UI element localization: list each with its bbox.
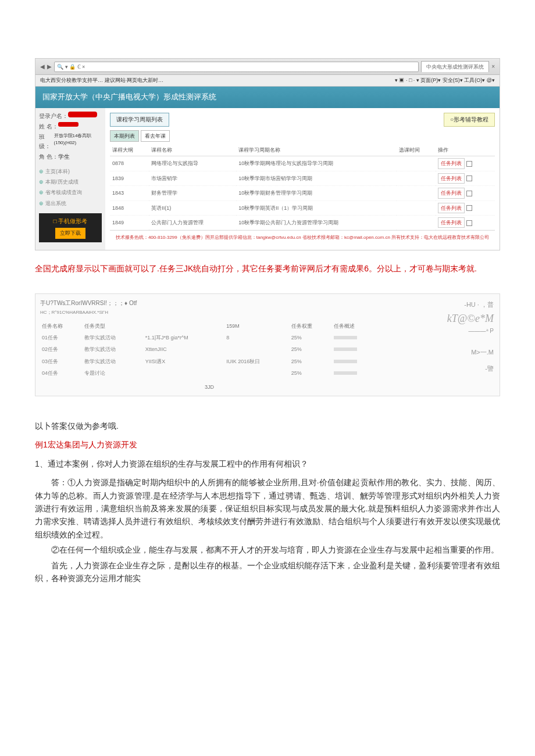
nav-item[interactable]: ⊕退出系统 [39,198,102,209]
cell: 8 [224,332,290,343]
cell [224,367,290,379]
subtab-current[interactable]: 本期列表 [110,130,139,142]
cell: 03任务 [40,356,83,367]
decor-line: ———ᵃ P [389,327,494,336]
checkbox[interactable] [466,161,472,167]
cell [332,356,379,367]
address-bar[interactable]: 🔍 ▾ 🔒 ℂ × [54,62,419,72]
cell: 25% [290,332,332,343]
role-label: 角 色： [39,152,58,162]
th-action: 操作 [436,144,495,156]
task-list-button[interactable]: 任务列表 [438,173,465,184]
cell-name: 市场营销学 [149,171,236,185]
cell-time [397,171,436,185]
cell-name: 公共部门人力资源管理 [149,215,236,230]
table-row: 03任务 教学实践活动 YIISI遇X IUIK 2016秋日 25% [40,356,379,367]
intro-text: 以卜答案仅做为参考哦. [35,420,500,432]
answer-para-1: 答：①人力资源是指确定时期内组织中的人所拥有的能够被企业所用,且对·价值创建起贡… [35,476,500,541]
course-table: 课程大纲 课程名称 课程学习周期名称 选课时间 操作 0878 网络理论与实践指… [110,144,495,230]
bullet-icon: ⊕ [39,179,44,185]
cell-code: 0878 [110,156,149,171]
task-list-button[interactable]: 任务列表 [438,217,465,228]
close-icon[interactable]: × [491,62,495,71]
table-row: 04任务 专题讨论 25% [40,367,379,379]
cell: 01任务 [40,332,83,343]
checkbox[interactable] [466,175,472,181]
cell-code: 1848 [110,200,149,215]
cell: 25% [290,367,332,379]
task-list-button[interactable]: 任务列表 [438,188,465,198]
tab-tutorial[interactable]: ○形考辅导教程 [444,113,495,127]
decor-line: M>一.M [389,347,494,358]
task-list-button[interactable]: 任务列表 [438,158,465,169]
table-row: 1839 市场营销学 10秋季学期市场营销学学习周期 任务列表 [110,171,495,185]
tab-course-list[interactable]: 课程学习周期列表 [110,113,169,127]
answer-para-2: ②在任何一个组织或企业，能生存与发展，都离不开人才的开发与培育，即人力资源在企业… [35,543,500,556]
question-1: 1、通过本案例，你对人力资源在组织的生存与发展工程中的作用有何相识？ [35,457,500,470]
nav-links: ⊕主页(本科) ⊕本期/历史成绩 ⊕省考核成绩查询 ⊕退出系统 [39,166,102,209]
cell-time [397,200,436,215]
redacted-username [68,112,97,117]
forward-icon[interactable]: ▶ [47,62,52,71]
th: 任务类型 [83,320,144,332]
progress-bar [334,336,357,339]
nav-item[interactable]: ⊕省考核成绩查询 [39,187,102,198]
th: 任务概述 [332,320,379,332]
class-value: 开放学院14春高职 (150)(H02) [54,132,102,151]
cell: 教学实践活动 [83,343,144,355]
cell-code: 1843 [110,186,149,200]
cell: XttenJIIC [144,343,225,355]
table-row: 1848 英语II(1) 10秋季学期英语II（1）学习周期 任务列表 [110,200,495,215]
page-menu[interactable]: ▾ ▣ · □ · ▾ 页面(P)▾ 安全(S)▾ 工具(O)▾ @▾ [395,76,495,84]
table-row: 0878 网络理论与实践指导 10秋季学期网络理论与实践指导学习周期 任务列表 [110,156,495,171]
th-name: 课程名称 [149,144,236,156]
cell-period: 10秋季学期英语II（1）学习周期 [236,200,397,215]
cell-action: 任务列表 [436,215,495,230]
s2-header: 手U?TWs工RorIWVRRSI!；；；♦ Otf [40,299,379,308]
cell-period: 10秋季学期公共部门人力资源管理学习周期 [236,215,397,230]
case-title: 例1宏达集团与人力资源开发 [35,438,500,451]
checkbox[interactable] [466,220,472,226]
checkbox[interactable] [466,205,472,211]
favorites[interactable]: 电大西安分校教学支持平… 建议网站·网页电大新时… [40,76,163,84]
cell: 教学实践活动 [83,332,144,343]
nav-item[interactable]: ⊕本期/历史成绩 [39,177,102,187]
bullet-icon: ⊕ [39,169,44,174]
download-button[interactable]: 立即下载 [55,228,85,238]
subtab-past[interactable]: 看去年课 [141,130,170,142]
checkbox[interactable] [466,191,472,196]
th [144,320,225,332]
cell: 04任务 [40,367,83,379]
nav-item[interactable]: ⊕主页(本科) [39,166,102,177]
cell-action: 任务列表 [436,156,495,171]
sidebar: 登录户名： 姓 名： 班 级：开放学院14春高职 (150)(H02) 角 色：… [35,108,105,250]
progress-bar [334,347,357,351]
footer-note: 技术服务热线：400-810-3299（免长途费）国开总部提供学籍信息：tang… [110,230,495,245]
table-row: 02任务 教学实践活动 XttenJIIC 25% [40,343,379,355]
back-icon[interactable]: ◀ [40,62,45,71]
red-caption: 全国尤成府显示以下画面就可以了.任务三JK统自动打分，其它任务要考前评网后才有需… [35,262,500,276]
screenshot-1: ◀ ▶ 🔍 ▾ 🔒 ℂ × 中央电大形成性测评系统 × 电大西安分校教学支持平…… [35,58,500,250]
th: 任务权重 [290,320,332,332]
cell: 25% [290,356,332,367]
answer-para-3: 首先，人力资源在企业生存之际，是酎以生存的根基。一个企业或组织能存活下来，企业盈… [35,559,500,585]
s2-right-panel: -HU · ，普 kT@©e*M ———ᵃ P M>一.M -譼 [383,294,500,396]
cell-time [397,215,436,230]
task-list-button[interactable]: 任务列表 [438,203,465,213]
main-panel: 课程学习周期列表 ○形考辅导教程 本期列表 看去年课 课程大纲 课程名称 课程学… [105,108,500,250]
table-row: 1843 财务管理学 10秋季学期财务管理学学习周期 任务列表 [110,186,495,200]
cell-name: 财务管理学 [149,186,236,200]
cell: IUIK 2016秋日 [224,356,290,367]
cell-action: 任务列表 [436,186,495,200]
decor-line: kT@©e*M [389,310,494,327]
cell: 专题讨论 [83,367,144,379]
sub-tabs: 本期列表 看去年课 [110,130,495,142]
cell [224,343,290,355]
th: 任务名称 [40,320,83,332]
cell-name: 网络理论与实践指导 [149,156,236,171]
cell: 25% [290,343,332,355]
browser-tab[interactable]: 中央电大形成性测评系统 [421,61,489,72]
browser-bar: ◀ ▶ 🔍 ▾ 🔒 ℂ × 中央电大形成性测评系统 × [35,59,500,75]
user-label: 登录户名： [39,112,68,121]
screenshot-2: 手U?TWs工RorIWVRRSI!；；；♦ Otf HC；R°91C%HARB… [35,293,500,396]
